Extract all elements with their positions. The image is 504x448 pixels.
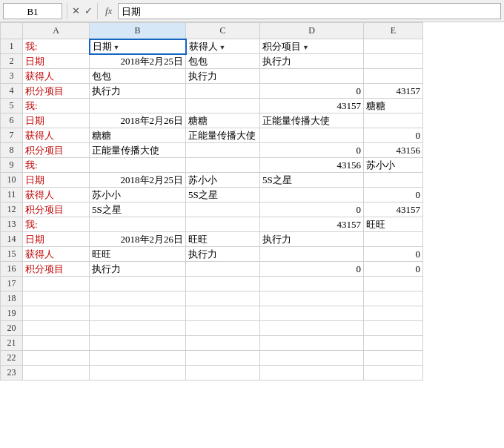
cell-E2[interactable] xyxy=(364,54,423,69)
cell-D5[interactable]: 43157 xyxy=(260,99,364,113)
row-header-19[interactable]: 19 xyxy=(1,306,23,321)
cell-B12[interactable]: 5S之星 xyxy=(90,202,186,217)
cell-B9[interactable] xyxy=(90,158,186,173)
cell-D21[interactable] xyxy=(260,336,364,351)
cell-C6[interactable]: 糖糖 xyxy=(186,113,260,128)
cell-E21[interactable] xyxy=(364,336,423,351)
cell-C16[interactable] xyxy=(186,262,260,277)
cell-C11[interactable]: 5S之星 xyxy=(186,188,260,202)
cell-C20[interactable] xyxy=(186,321,260,336)
cell-C4[interactable] xyxy=(186,84,260,99)
cell-A10[interactable]: 日期 xyxy=(23,173,90,188)
row-header-13[interactable]: 13 xyxy=(1,217,23,232)
cell-A13[interactable]: 我: xyxy=(23,217,90,232)
cell-B5[interactable] xyxy=(90,99,186,113)
cell-C23[interactable] xyxy=(186,366,260,381)
cell-B7[interactable]: 糖糖 xyxy=(90,128,186,143)
cell-A4[interactable]: 积分项目 xyxy=(23,84,90,99)
cell-E19[interactable] xyxy=(364,306,423,321)
formula-input[interactable]: 日期 xyxy=(118,3,501,19)
cell-D20[interactable] xyxy=(260,321,364,336)
row-header-17[interactable]: 17 xyxy=(1,277,23,291)
cell-D4[interactable]: 0 xyxy=(260,84,364,99)
row-header-6[interactable]: 6 xyxy=(1,113,23,128)
cell-C3[interactable]: 执行力 xyxy=(186,69,260,84)
cell-C9[interactable] xyxy=(186,158,260,173)
row-header-21[interactable]: 21 xyxy=(1,336,23,351)
cell-B13[interactable] xyxy=(90,217,186,232)
row-header-16[interactable]: 16 xyxy=(1,262,23,277)
row-header-9[interactable]: 9 xyxy=(1,158,23,173)
cell-C7[interactable]: 正能量传播大使 xyxy=(186,128,260,143)
row-header-14[interactable]: 14 xyxy=(1,232,23,247)
row-header-10[interactable]: 10 xyxy=(1,173,23,188)
cell-C13[interactable] xyxy=(186,217,260,232)
cell-E6[interactable] xyxy=(364,113,423,128)
cell-D16[interactable]: 0 xyxy=(260,262,364,277)
cell-D3[interactable] xyxy=(260,69,364,84)
cell-C17[interactable] xyxy=(186,277,260,291)
cell-D18[interactable] xyxy=(260,291,364,306)
cell-reference-box[interactable]: B1 xyxy=(3,3,62,19)
cell-D11[interactable] xyxy=(260,188,364,202)
cell-A5[interactable]: 我: xyxy=(23,99,90,113)
row-header-15[interactable]: 15 xyxy=(1,247,23,262)
cell-D9[interactable]: 43156 xyxy=(260,158,364,173)
cell-D19[interactable] xyxy=(260,306,364,321)
cell-A21[interactable] xyxy=(23,336,90,351)
cell-A20[interactable] xyxy=(23,321,90,336)
cell-A16[interactable]: 积分项目 xyxy=(23,262,90,277)
cell-E3[interactable] xyxy=(364,69,423,84)
cell-E14[interactable] xyxy=(364,232,423,247)
cell-B14[interactable]: 2018年2月26日 xyxy=(90,232,186,247)
cell-E16[interactable]: 0 xyxy=(364,262,423,277)
cell-B2[interactable]: 2018年2月25日 xyxy=(90,54,186,69)
confirm-icon[interactable]: ✓ xyxy=(84,5,93,17)
cell-D14[interactable]: 执行力 xyxy=(260,232,364,247)
col-header-C[interactable]: C xyxy=(186,23,260,39)
cell-E18[interactable] xyxy=(364,291,423,306)
cell-D22[interactable] xyxy=(260,351,364,366)
cell-E17[interactable] xyxy=(364,277,423,291)
cell-B11[interactable]: 苏小小 xyxy=(90,188,186,202)
cell-C18[interactable] xyxy=(186,291,260,306)
cell-A19[interactable] xyxy=(23,306,90,321)
cell-B3[interactable]: 包包 xyxy=(90,69,186,84)
cell-B1[interactable]: 日期▼ xyxy=(90,39,186,54)
row-header-5[interactable]: 5 xyxy=(1,99,23,113)
cell-A9[interactable]: 我: xyxy=(23,158,90,173)
cell-E5[interactable]: 糖糖 xyxy=(364,99,423,113)
cell-A3[interactable]: 获得人 xyxy=(23,69,90,84)
filter-dropdown-btn[interactable]: ▼ xyxy=(302,44,309,51)
cell-C1[interactable]: 获得人▼ xyxy=(186,39,260,54)
cell-B22[interactable] xyxy=(90,351,186,366)
col-header-B[interactable]: B xyxy=(90,23,186,39)
cell-D23[interactable] xyxy=(260,366,364,381)
cell-D1[interactable]: 积分项目▼ xyxy=(260,39,364,54)
filter-dropdown-btn[interactable]: ▼ xyxy=(113,44,120,51)
cell-B10[interactable]: 2018年2月25日 xyxy=(90,173,186,188)
cell-D10[interactable]: 5S之星 xyxy=(260,173,364,188)
row-header-11[interactable]: 11 xyxy=(1,188,23,202)
cell-A23[interactable] xyxy=(23,366,90,381)
cell-C10[interactable]: 苏小小 xyxy=(186,173,260,188)
cell-C8[interactable] xyxy=(186,143,260,158)
cell-B21[interactable] xyxy=(90,336,186,351)
row-header-23[interactable]: 23 xyxy=(1,366,23,381)
cell-A8[interactable]: 积分项目 xyxy=(23,143,90,158)
row-header-12[interactable]: 12 xyxy=(1,202,23,217)
row-header-20[interactable]: 20 xyxy=(1,321,23,336)
cell-B4[interactable]: 执行力 xyxy=(90,84,186,99)
row-header-3[interactable]: 3 xyxy=(1,69,23,84)
cancel-icon[interactable]: ✕ xyxy=(72,5,80,17)
col-header-A[interactable]: A xyxy=(23,23,90,39)
cell-D6[interactable]: 正能量传播大使 xyxy=(260,113,364,128)
col-header-D[interactable]: D xyxy=(260,23,364,39)
cell-D15[interactable] xyxy=(260,247,364,262)
row-header-4[interactable]: 4 xyxy=(1,84,23,99)
cell-C2[interactable]: 包包 xyxy=(186,54,260,69)
cell-E11[interactable]: 0 xyxy=(364,188,423,202)
cell-A22[interactable] xyxy=(23,351,90,366)
cell-E7[interactable]: 0 xyxy=(364,128,423,143)
cell-C14[interactable]: 旺旺 xyxy=(186,232,260,247)
